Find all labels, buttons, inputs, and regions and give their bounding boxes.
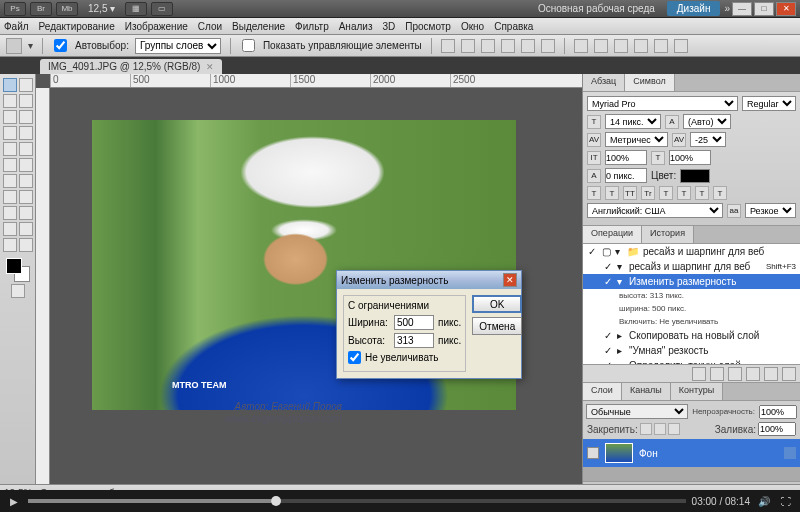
workspace-design-button[interactable]: Дизайн	[667, 1, 721, 16]
lock-position-icon[interactable]	[654, 423, 666, 435]
shape-tool[interactable]	[19, 206, 33, 220]
show-controls-checkbox[interactable]	[242, 39, 255, 52]
style-strike-icon[interactable]: T	[713, 186, 727, 200]
align-icon[interactable]	[441, 39, 455, 53]
menu-filter[interactable]: Фильтр	[295, 21, 329, 32]
lock-pixels-icon[interactable]	[640, 423, 652, 435]
no-upscale-checkbox[interactable]	[348, 351, 361, 364]
foreground-color[interactable]	[6, 258, 22, 274]
font-family-dropdown[interactable]: Myriad Pro	[587, 96, 738, 111]
brush-tool[interactable]	[19, 126, 33, 140]
align-icon[interactable]	[461, 39, 475, 53]
kerning-dropdown[interactable]: Метричес	[605, 132, 668, 147]
menu-image[interactable]: Изображение	[125, 21, 188, 32]
eyedropper-tool[interactable]	[19, 110, 33, 124]
seek-knob[interactable]	[271, 496, 281, 506]
eraser-tool[interactable]	[3, 158, 17, 172]
distribute-icon[interactable]	[654, 39, 668, 53]
close-button[interactable]: ✕	[776, 2, 796, 16]
action-step-selected[interactable]: ✓▾Изменить размерность	[583, 274, 800, 289]
color-swatch[interactable]	[6, 258, 30, 282]
tab-close-icon[interactable]: ✕	[206, 62, 214, 72]
font-size-dropdown[interactable]: 14 пикс.	[605, 114, 661, 129]
document-tab[interactable]: IMG_4091.JPG @ 12,5% (RGB/8) ✕	[40, 59, 222, 74]
fullscreen-icon[interactable]: ⛶	[778, 493, 794, 509]
action-item[interactable]: ✓▾ресайз и шарпинг для вебShift+F3	[583, 259, 800, 274]
wand-tool[interactable]	[19, 94, 33, 108]
opacity-input[interactable]	[759, 405, 797, 419]
hand-tool[interactable]	[3, 238, 17, 252]
menu-help[interactable]: Справка	[494, 21, 533, 32]
style-sub-icon[interactable]: T	[677, 186, 691, 200]
distribute-icon[interactable]	[594, 39, 608, 53]
lasso-tool[interactable]	[3, 94, 17, 108]
marquee-tool[interactable]	[19, 78, 33, 92]
style-caps-icon[interactable]: TT	[623, 186, 637, 200]
font-style-dropdown[interactable]: Regular	[742, 96, 796, 111]
tab-character[interactable]: Символ	[625, 74, 674, 91]
align-icon[interactable]	[521, 39, 535, 53]
tab-paragraph[interactable]: Абзац	[583, 74, 625, 91]
trash-icon[interactable]	[782, 367, 796, 381]
menu-analysis[interactable]: Анализ	[339, 21, 373, 32]
zoom-tool[interactable]	[19, 238, 33, 252]
language-dropdown[interactable]: Английский: США	[587, 203, 723, 218]
tab-layers[interactable]: Слои	[583, 383, 622, 400]
ok-button[interactable]: OK	[472, 295, 522, 313]
minimize-button[interactable]: —	[732, 2, 752, 16]
blur-tool[interactable]	[3, 174, 17, 188]
seek-bar[interactable]	[28, 499, 686, 503]
layer-item[interactable]: Фон	[583, 439, 800, 467]
tracking-dropdown[interactable]: -25	[690, 132, 726, 147]
baseline-input[interactable]	[605, 168, 647, 183]
menu-layer[interactable]: Слои	[198, 21, 222, 32]
antialias-dropdown[interactable]: Резкое	[745, 203, 796, 218]
app-icon-ps[interactable]: Ps	[4, 2, 26, 16]
align-icon[interactable]	[481, 39, 495, 53]
gradient-tool[interactable]	[19, 158, 33, 172]
style-underline-icon[interactable]: T	[695, 186, 709, 200]
menu-window[interactable]: Окно	[461, 21, 484, 32]
action-set[interactable]: ✓▢▾📁ресайз и шарпинг для веб	[583, 244, 800, 259]
screen-icon[interactable]: ▭	[151, 2, 173, 16]
cancel-button[interactable]: Отмена	[472, 317, 522, 335]
hscale-input[interactable]	[669, 150, 711, 165]
stamp-tool[interactable]	[3, 142, 17, 156]
vscale-input[interactable]	[605, 150, 647, 165]
style-super-icon[interactable]: T	[659, 186, 673, 200]
move-tool[interactable]	[3, 78, 17, 92]
menu-file[interactable]: Файл	[4, 21, 29, 32]
volume-icon[interactable]: 🔊	[756, 493, 772, 509]
tool-preset-dropdown[interactable]: ▾	[28, 40, 33, 51]
style-italic-icon[interactable]: T	[605, 186, 619, 200]
dialog-close-icon[interactable]: ✕	[503, 273, 517, 287]
lock-all-icon[interactable]	[668, 423, 680, 435]
style-bold-icon[interactable]: T	[587, 186, 601, 200]
width-input[interactable]	[394, 315, 434, 330]
blend-mode-dropdown[interactable]: Обычные	[586, 404, 688, 419]
3d-tool[interactable]	[3, 222, 17, 236]
menu-3d[interactable]: 3D	[382, 21, 395, 32]
type-tool[interactable]	[19, 190, 33, 204]
fill-input[interactable]	[758, 422, 796, 436]
chevron-right-icon[interactable]: »	[724, 3, 730, 14]
app-icon-mb[interactable]: Mb	[56, 2, 78, 16]
play-button[interactable]: ▶	[6, 493, 22, 509]
menu-select[interactable]: Выделение	[232, 21, 285, 32]
dodge-tool[interactable]	[19, 174, 33, 188]
style-smallcaps-icon[interactable]: Tr	[641, 186, 655, 200]
heal-tool[interactable]	[3, 126, 17, 140]
pen-tool[interactable]	[3, 190, 17, 204]
action-step[interactable]: ✓▸"Умная" резкость	[583, 343, 800, 358]
view-icon[interactable]: ▦	[125, 2, 147, 16]
path-tool[interactable]	[3, 206, 17, 220]
align-icon[interactable]	[501, 39, 515, 53]
autoselect-checkbox[interactable]	[54, 39, 67, 52]
distribute-icon[interactable]	[634, 39, 648, 53]
crop-tool[interactable]	[3, 110, 17, 124]
quickmask-tool[interactable]	[11, 284, 25, 298]
distribute-icon[interactable]	[674, 39, 688, 53]
camera-tool[interactable]	[19, 222, 33, 236]
zoom-dropdown[interactable]: 12,5 ▾	[82, 3, 121, 14]
new-set-icon[interactable]	[746, 367, 760, 381]
